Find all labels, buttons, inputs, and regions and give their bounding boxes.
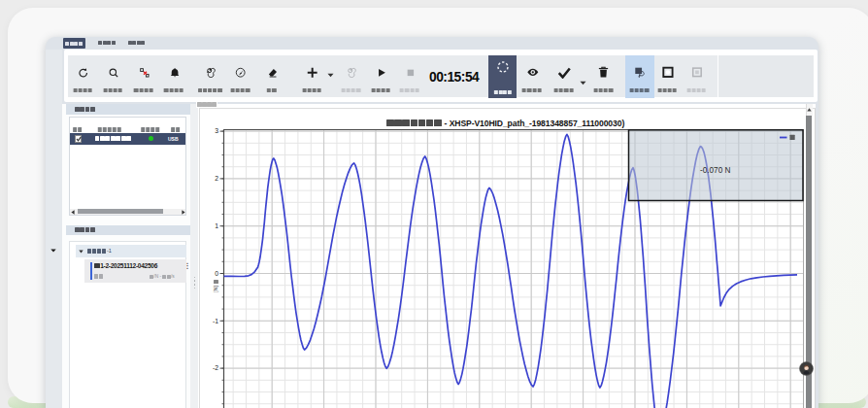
svg-text:-1: -1 — [213, 318, 218, 324]
svg-text:3: 3 — [215, 127, 218, 134]
svg-text:0: 0 — [215, 270, 218, 277]
svg-text:1: 1 — [215, 222, 218, 229]
svg-text:-2: -2 — [213, 364, 218, 371]
svg-text:2: 2 — [215, 175, 218, 182]
svg-text:-0.070 N: -0.070 N — [700, 166, 730, 175]
